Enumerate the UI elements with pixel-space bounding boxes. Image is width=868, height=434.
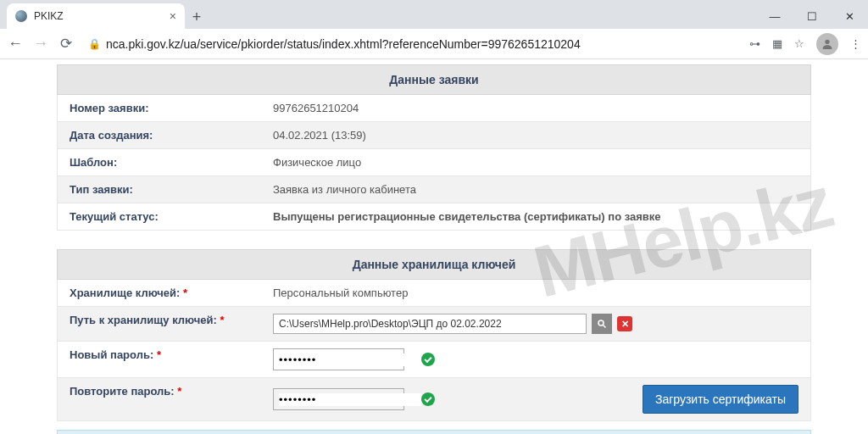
keystore-path-input[interactable] — [273, 314, 587, 334]
section-header-keystore: Данные хранилища ключей — [57, 249, 811, 280]
profile-avatar[interactable] — [816, 33, 838, 55]
download-certificates-button[interactable]: Загрузить сертификаты — [643, 385, 798, 414]
lock-icon: 🔒 — [88, 38, 101, 50]
new-tab-button[interactable]: + — [185, 5, 209, 29]
menu-icon[interactable]: ⋮ — [850, 37, 861, 50]
repeat-password-input[interactable] — [279, 393, 421, 406]
label-type: Тип заявки: — [58, 176, 261, 203]
check-icon — [421, 353, 435, 366]
row-new-password: Новый пароль: * — [57, 342, 811, 378]
favicon-icon — [15, 10, 27, 22]
row-type: Тип заявки: Заявка из личного кабинета — [57, 176, 811, 203]
tab-close-icon[interactable]: × — [170, 9, 176, 23]
star-icon[interactable]: ☆ — [794, 37, 804, 50]
row-repeat-password: Повторите пароль: * Загрузить сертификат… — [57, 378, 811, 421]
check-icon — [421, 392, 435, 406]
row-status: Текущий статус: Выпущены регистрационные… — [57, 203, 811, 231]
label-new-password: Новый пароль: * — [58, 342, 261, 377]
svg-line-2 — [604, 326, 606, 328]
label-repeat-password: Повторите пароль: * — [58, 378, 261, 420]
tab-title: PKIKZ — [34, 10, 163, 22]
browse-button[interactable] — [592, 314, 612, 334]
new-password-input[interactable] — [279, 353, 421, 366]
svg-point-1 — [598, 320, 604, 326]
label-status: Текущий статус: — [58, 203, 261, 230]
value-date: 04.02.2021 (13:59) — [261, 122, 810, 148]
row-template: Шаблон: Физическое лицо — [57, 149, 811, 176]
label-number: Номер заявки: — [58, 95, 261, 121]
label-template: Шаблон: — [58, 149, 261, 175]
value-status: Выпущены регистрационные свидетельства (… — [261, 203, 810, 230]
password-info-box: i Новый пароль должен состоять из латинс… — [57, 430, 811, 434]
section-header-app-data: Данные заявки — [57, 64, 811, 95]
qr-icon[interactable]: ▦ — [772, 37, 782, 50]
close-window-button[interactable]: ✕ — [831, 3, 868, 29]
browser-tab[interactable]: PKIKZ × — [7, 3, 185, 29]
url-text: nca.pki.gov.kz/ua/service/pkiorder/statu… — [106, 37, 581, 51]
minimize-button[interactable]: ― — [756, 3, 793, 29]
svg-point-0 — [825, 39, 829, 43]
window-titlebar: PKIKZ × + ― ☐ ✕ — [0, 0, 868, 29]
value-keystore: Персональный компьютер — [261, 280, 810, 306]
reload-button[interactable] — [58, 36, 75, 53]
value-type: Заявка из личного кабинета — [261, 176, 810, 203]
row-keystore: Хранилище ключей: * Персональный компьют… — [57, 280, 811, 307]
label-path: Путь к хранилищу ключей: * — [58, 307, 261, 341]
row-path: Путь к хранилищу ключей: * ✕ — [57, 307, 811, 342]
clear-path-button[interactable]: ✕ — [617, 316, 632, 331]
value-number: 99762651210204 — [261, 95, 810, 121]
url-field[interactable]: 🔒 nca.pki.gov.kz/ua/service/pkiorder/sta… — [83, 37, 741, 51]
row-number: Номер заявки: 99762651210204 — [57, 95, 811, 122]
label-keystore: Хранилище ключей: * — [58, 280, 261, 306]
value-template: Физическое лицо — [261, 149, 810, 175]
page-viewport: MHelp.kz Данные заявки Номер заявки: 997… — [0, 59, 868, 434]
key-icon[interactable]: ⊶ — [749, 37, 760, 50]
row-date: Дата создания: 04.02.2021 (13:59) — [57, 122, 811, 149]
maximize-button[interactable]: ☐ — [793, 3, 831, 29]
forward-button — [32, 36, 49, 53]
address-bar: 🔒 nca.pki.gov.kz/ua/service/pkiorder/sta… — [0, 29, 868, 59]
label-date: Дата создания: — [58, 122, 261, 148]
back-button[interactable] — [7, 36, 24, 53]
